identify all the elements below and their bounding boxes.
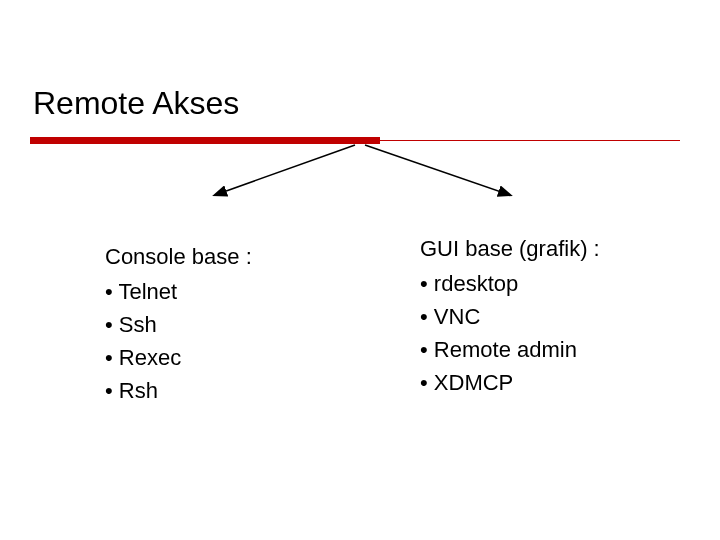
gui-list: rdesktop VNC Remote admin XDMCP [420, 267, 680, 399]
console-base-column: Console base : Telnet Ssh Rexec Rsh [105, 240, 365, 407]
console-list: Telnet Ssh Rexec Rsh [105, 275, 365, 407]
list-item: rdesktop [420, 267, 680, 300]
list-item: Telnet [105, 275, 365, 308]
list-item: Rexec [105, 341, 365, 374]
gui-base-column: GUI base (grafik) : rdesktop VNC Remote … [420, 232, 680, 399]
slide-title: Remote Akses [33, 85, 239, 122]
list-item: XDMCP [420, 366, 680, 399]
gui-heading: GUI base (grafik) : [420, 232, 680, 265]
arrow-left-icon [215, 145, 355, 195]
title-underline-thin [380, 140, 680, 141]
list-item: Rsh [105, 374, 365, 407]
title-underline-bar [30, 137, 380, 144]
arrow-right-icon [365, 145, 510, 195]
list-item: Ssh [105, 308, 365, 341]
list-item: VNC [420, 300, 680, 333]
list-item: Remote admin [420, 333, 680, 366]
console-heading: Console base : [105, 240, 365, 273]
slide: Remote Akses Console base : Telnet Ssh R… [0, 0, 720, 540]
